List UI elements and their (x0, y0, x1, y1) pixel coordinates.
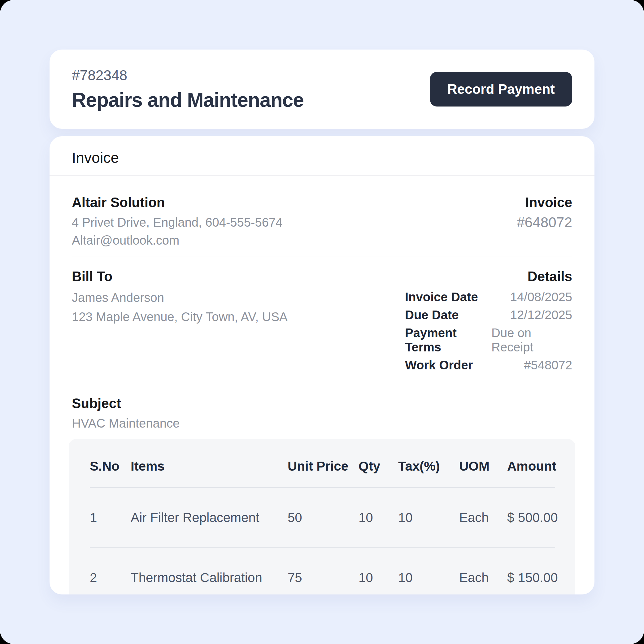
table-row: 1 Air Filter Replacement 50 10 10 Each $… (69, 488, 575, 547)
column-header-items: Items (131, 459, 288, 474)
column-header-uom: UOM (459, 459, 507, 474)
cell-item: Thermostat Calibration (131, 570, 288, 585)
company-name: Altair Solution (72, 195, 282, 210)
details-row-payment-terms: Payment Terms Due on Receipt (405, 326, 572, 354)
bill-to-name: James Anderson (72, 290, 288, 305)
details-block: Details Invoice Date 14/08/2025 Due Date… (405, 269, 572, 376)
details-heading: Details (405, 269, 572, 284)
items-table: S.No Items Unit Price Qty Tax(%) UOM Amo… (69, 439, 575, 594)
bill-to-address: 123 Maple Avenue, City Town, AV, USA (72, 310, 288, 324)
company-section: Altair Solution 4 Privet Drive, England,… (50, 176, 594, 256)
bill-to-heading: Bill To (72, 269, 288, 284)
company-address: 4 Privet Drive, England, 604-555-5674 (72, 215, 282, 229)
cell-qty: 10 (359, 570, 398, 585)
subject-value: HVAC Maintenance (72, 416, 180, 430)
detail-label: Invoice Date (405, 290, 478, 304)
cell-qty: 10 (359, 510, 398, 525)
cell-amount: $ 500.00 (507, 510, 563, 525)
page-background: #782348 Repairs and Maintenance Record P… (0, 0, 644, 644)
table-header-row: S.No Items Unit Price Qty Tax(%) UOM Amo… (69, 439, 575, 487)
invoice-ref-block: Invoice #648072 (517, 195, 572, 247)
bill-to-block: Bill To James Anderson 123 Maple Avenue,… (72, 269, 288, 376)
cell-item: Air Filter Replacement (131, 510, 288, 525)
table-row: 2 Thermostat Calibration 75 10 10 Each $… (69, 548, 575, 594)
invoice-section-title: Invoice (50, 136, 594, 175)
record-payment-button[interactable]: Record Payment (430, 72, 572, 107)
column-header-unit-price: Unit Price (288, 459, 359, 474)
subject-section: Subject HVAC Maintenance (50, 383, 594, 430)
cell-tax: 10 (398, 570, 459, 585)
detail-value: Due on Receipt (491, 326, 572, 354)
subject-block: Subject HVAC Maintenance (72, 396, 180, 430)
detail-label: Payment Terms (405, 326, 491, 354)
column-header-amount: Amount (507, 459, 563, 474)
cell-unit-price: 75 (288, 570, 359, 585)
page-title: Repairs and Maintenance (72, 89, 304, 111)
column-header-sno: S.No (90, 459, 131, 474)
details-row-work-order: Work Order #548072 (405, 358, 572, 372)
detail-value: 14/08/2025 (510, 290, 572, 304)
invoice-ref-label: Invoice (517, 195, 572, 210)
detail-value: #548072 (524, 358, 572, 372)
cell-sno: 1 (90, 510, 131, 525)
details-row-invoice-date: Invoice Date 14/08/2025 (405, 290, 572, 304)
subject-heading: Subject (72, 396, 180, 411)
company-block: Altair Solution 4 Privet Drive, England,… (72, 195, 282, 247)
column-header-qty: Qty (359, 459, 398, 474)
cell-amount: $ 150.00 (507, 570, 563, 585)
cell-uom: Each (459, 570, 507, 585)
details-row-due-date: Due Date 12/12/2025 (405, 308, 572, 322)
detail-label: Due Date (405, 308, 459, 322)
company-email: Altair@outlook.com (72, 233, 282, 247)
detail-label: Work Order (405, 358, 473, 372)
header-text-block: #782348 Repairs and Maintenance (72, 67, 304, 111)
cell-sno: 2 (90, 570, 131, 585)
invoice-ref-number: #648072 (517, 214, 572, 231)
header-card: #782348 Repairs and Maintenance Record P… (50, 50, 594, 129)
detail-value: 12/12/2025 (510, 308, 572, 322)
cell-tax: 10 (398, 510, 459, 525)
column-header-tax: Tax(%) (398, 459, 459, 474)
cell-unit-price: 50 (288, 510, 359, 525)
invoice-card: Invoice Altair Solution 4 Privet Drive, … (50, 136, 594, 594)
cell-uom: Each (459, 510, 507, 525)
header-invoice-number: #782348 (72, 67, 304, 84)
bill-to-section: Bill To James Anderson 123 Maple Avenue,… (50, 256, 594, 383)
